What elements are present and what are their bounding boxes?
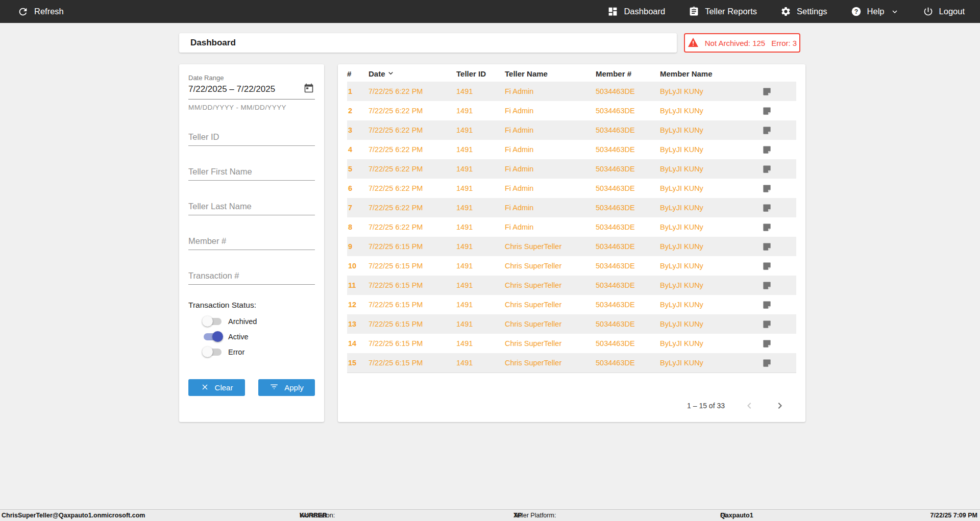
alert-error-count: Error: 3 [771,39,797,47]
row-member-name: ByLyJI KUNy [660,87,762,95]
row-member-number: 5034463DE [596,204,660,212]
table-header: # Date Teller ID Teller Name Member # Me… [347,65,796,82]
note-icon[interactable] [762,126,796,135]
active-switch[interactable] [204,333,222,340]
member-number-input[interactable] [188,234,315,250]
row-date: 7/22/25 6:22 PM [369,107,456,115]
row-teller-name: Chris SuperTeller [505,301,596,309]
row-index: 9 [347,242,369,251]
nav-item-logout[interactable]: Logout [923,6,965,17]
row-member-number: 5034463DE [596,184,660,192]
note-icon[interactable] [762,87,796,96]
chevron-down-icon [890,7,899,16]
transaction-number-input[interactable] [188,268,315,285]
archived-switch[interactable] [204,318,222,325]
archived-toggle[interactable]: Archived [204,317,315,326]
row-member-name: ByLyJI KUNy [660,223,762,231]
nav-item-dashboard[interactable]: Dashboard [607,6,665,17]
table-row[interactable]: 13 7/22/25 6:15 PM 1491 Chris SuperTelle… [347,314,796,334]
note-icon[interactable] [762,222,796,232]
table-row[interactable]: 5 7/22/25 6:22 PM 1491 Fi Admin 5034463D… [347,159,796,179]
date-range-field: Date Range 7/22/2025 – 7/22/2025 MM/DD/Y… [188,74,315,111]
note-icon[interactable] [762,184,796,193]
note-icon[interactable] [762,242,796,252]
transactions-table-card: # Date Teller ID Teller Name Member # Me… [338,64,805,422]
error-switch[interactable] [204,349,222,356]
row-member-number: 5034463DE [596,281,660,289]
row-member-number: 5034463DE [596,126,660,134]
row-member-number: 5034463DE [596,107,660,115]
row-date: 7/22/25 6:15 PM [369,242,456,251]
teller-first-name-input[interactable] [188,164,315,181]
col-index: # [347,69,369,78]
table-row[interactable]: 1 7/22/25 6:22 PM 1491 Fi Admin 5034463D… [347,82,796,101]
next-page-button[interactable] [774,400,786,412]
date-range-picker[interactable]: 7/22/2025 – 7/22/2025 [188,82,315,100]
table-row[interactable]: 2 7/22/25 6:22 PM 1491 Fi Admin 5034463D… [347,101,796,120]
table-row[interactable]: 9 7/22/25 6:15 PM 1491 Chris SuperTeller… [347,237,796,256]
nav-item-teller-reports[interactable]: Teller Reports [689,6,757,17]
active-toggle[interactable]: Active [204,333,315,341]
nav-item-help[interactable]: ? Help [851,6,899,17]
sort-desc-icon [386,68,395,79]
previous-page-button[interactable] [743,400,755,412]
note-icon[interactable] [762,106,796,116]
row-teller-id: 1491 [456,204,505,212]
col-member-name: Member Name [660,69,762,78]
current-datetime: 7/22/25 7:09 PM [930,510,977,521]
status-bar: ChrisSuperTeller@Qaxpauto1.onmicrosoft.c… [0,509,980,521]
col-teller-id: Teller ID [456,69,505,78]
row-member-name: ByLyJI KUNy [660,339,762,348]
note-icon[interactable] [762,203,796,213]
col-date[interactable]: Date [369,68,456,79]
note-icon[interactable] [762,145,796,155]
row-index: 14 [347,339,369,348]
error-toggle[interactable]: Error [204,348,315,356]
table-row[interactable]: 7 7/22/25 6:22 PM 1491 Fi Admin 5034463D… [347,198,796,217]
note-icon[interactable] [762,319,796,329]
col-teller-name: Teller Name [505,69,596,78]
row-date: 7/22/25 6:22 PM [369,223,456,231]
teller-id-input[interactable] [188,130,315,146]
table-row[interactable]: 11 7/22/25 6:15 PM 1491 Chris SuperTelle… [347,276,796,295]
table-row[interactable]: 12 7/22/25 6:15 PM 1491 Chris SuperTelle… [347,295,796,314]
refresh-button[interactable]: Refresh [17,6,64,17]
calendar-icon[interactable] [304,83,314,95]
top-navbar: Refresh Dashboard Teller Reports Setting… [0,0,980,23]
row-teller-name: Fi Admin [505,184,596,192]
row-date: 7/22/25 6:15 PM [369,281,456,289]
note-icon[interactable] [762,339,796,349]
row-index: 7 [347,204,369,212]
table-row[interactable]: 6 7/22/25 6:22 PM 1491 Fi Admin 5034463D… [347,179,796,198]
row-teller-id: 1491 [456,223,505,231]
note-icon[interactable] [762,261,796,271]
row-member-name: ByLyJI KUNy [660,301,762,309]
table-row[interactable]: 15 7/22/25 6:15 PM 1491 Chris SuperTelle… [347,353,796,373]
row-member-number: 5034463DE [596,165,660,173]
row-teller-id: 1491 [456,320,505,328]
note-icon[interactable] [762,281,796,290]
date-range-value: 7/22/2025 – 7/22/2025 [188,84,275,94]
note-icon[interactable] [762,300,796,310]
apply-button[interactable]: Apply [258,379,315,396]
toggle-label: Active [228,333,249,341]
clear-button[interactable]: Clear [188,379,245,396]
table-row[interactable]: 14 7/22/25 6:15 PM 1491 Chris SuperTelle… [347,334,796,353]
teller-last-name-input[interactable] [188,199,315,215]
table-row[interactable]: 8 7/22/25 6:22 PM 1491 Fi Admin 5034463D… [347,217,796,237]
not-archived-alert-badge[interactable]: Not Archived: 125 Error: 3 [684,33,800,53]
nav-item-settings[interactable]: Settings [780,6,827,17]
row-member-name: ByLyJI KUNy [660,204,762,212]
row-member-name: ByLyJI KUNy [660,359,762,367]
table-row[interactable]: 3 7/22/25 6:22 PM 1491 Fi Admin 5034463D… [347,120,796,140]
note-icon[interactable] [762,164,796,174]
table-row[interactable]: 10 7/22/25 6:15 PM 1491 Chris SuperTelle… [347,256,796,276]
row-date: 7/22/25 6:15 PM [369,262,456,270]
navbar-menu: Dashboard Teller Reports Settings ? Help [584,6,965,17]
apply-button-label: Apply [284,383,304,392]
row-teller-name: Fi Admin [505,204,596,212]
table-row[interactable]: 4 7/22/25 6:22 PM 1491 Fi Admin 5034463D… [347,140,796,159]
row-member-name: ByLyJI KUNy [660,281,762,289]
row-member-number: 5034463DE [596,87,660,95]
note-icon[interactable] [762,358,796,368]
